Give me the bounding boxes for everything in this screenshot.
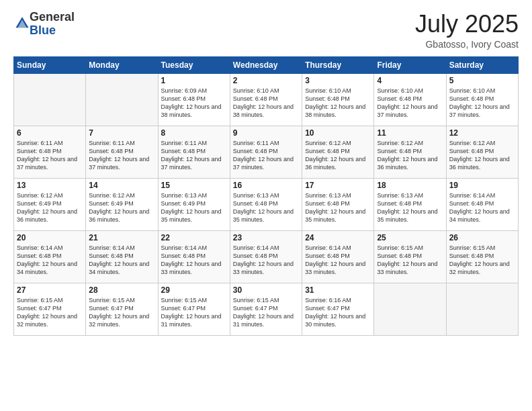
day-info: Sunrise: 6:14 AM Sunset: 6:48 PM Dayligh… xyxy=(89,244,154,277)
week-row-2: 6Sunrise: 6:11 AM Sunset: 6:48 PM Daylig… xyxy=(14,126,519,178)
calendar-cell: 8Sunrise: 6:11 AM Sunset: 6:48 PM Daylig… xyxy=(158,126,230,178)
day-number: 9 xyxy=(233,128,299,138)
day-number: 8 xyxy=(161,128,227,138)
week-row-5: 27Sunrise: 6:15 AM Sunset: 6:47 PM Dayli… xyxy=(14,283,519,335)
day-info: Sunrise: 6:15 AM Sunset: 6:47 PM Dayligh… xyxy=(17,296,83,329)
calendar-location: Gbatosso, Ivory Coast xyxy=(415,39,519,50)
logo-blue-text: Blue xyxy=(30,24,56,37)
day-number: 13 xyxy=(17,181,83,190)
day-info: Sunrise: 6:10 AM Sunset: 6:48 PM Dayligh… xyxy=(305,87,371,120)
calendar-cell: 28Sunrise: 6:15 AM Sunset: 6:47 PM Dayli… xyxy=(86,283,158,335)
calendar-cell xyxy=(374,283,446,335)
day-info: Sunrise: 6:12 AM Sunset: 6:48 PM Dayligh… xyxy=(305,139,371,172)
day-number: 24 xyxy=(305,233,371,242)
calendar-cell: 27Sunrise: 6:15 AM Sunset: 6:47 PM Dayli… xyxy=(14,283,86,335)
day-info: Sunrise: 6:16 AM Sunset: 6:47 PM Dayligh… xyxy=(305,296,371,329)
day-info: Sunrise: 6:13 AM Sunset: 6:48 PM Dayligh… xyxy=(305,191,371,224)
calendar-cell: 29Sunrise: 6:15 AM Sunset: 6:47 PM Dayli… xyxy=(158,283,230,335)
day-number: 31 xyxy=(305,285,371,295)
day-info: Sunrise: 6:11 AM Sunset: 6:48 PM Dayligh… xyxy=(89,139,154,172)
calendar-table: SundayMondayTuesdayWednesdayThursdayFrid… xyxy=(13,56,519,336)
day-info: Sunrise: 6:09 AM Sunset: 6:48 PM Dayligh… xyxy=(161,87,227,120)
calendar-cell: 30Sunrise: 6:15 AM Sunset: 6:47 PM Dayli… xyxy=(230,283,302,335)
day-info: Sunrise: 6:13 AM Sunset: 6:49 PM Dayligh… xyxy=(161,191,227,224)
day-info: Sunrise: 6:10 AM Sunset: 6:48 PM Dayligh… xyxy=(377,87,443,120)
header: General Blue July 2025 Gbatosso, Ivory C… xyxy=(13,11,519,50)
calendar-cell: 3Sunrise: 6:10 AM Sunset: 6:48 PM Daylig… xyxy=(302,73,374,126)
day-info: Sunrise: 6:15 AM Sunset: 6:47 PM Dayligh… xyxy=(161,296,227,329)
header-day-tuesday: Tuesday xyxy=(158,56,230,73)
day-info: Sunrise: 6:14 AM Sunset: 6:48 PM Dayligh… xyxy=(449,191,515,224)
title-block: July 2025 Gbatosso, Ivory Coast xyxy=(415,11,519,50)
day-info: Sunrise: 6:10 AM Sunset: 6:48 PM Dayligh… xyxy=(449,87,515,120)
day-number: 18 xyxy=(377,181,443,190)
calendar-cell: 11Sunrise: 6:12 AM Sunset: 6:48 PM Dayli… xyxy=(374,126,446,178)
day-number: 21 xyxy=(89,233,154,242)
day-number: 17 xyxy=(305,181,371,190)
calendar-cell: 14Sunrise: 6:12 AM Sunset: 6:49 PM Dayli… xyxy=(86,178,158,230)
week-row-1: 1Sunrise: 6:09 AM Sunset: 6:48 PM Daylig… xyxy=(14,73,519,126)
day-number: 25 xyxy=(377,233,443,242)
calendar-cell: 4Sunrise: 6:10 AM Sunset: 6:48 PM Daylig… xyxy=(374,73,446,126)
day-info: Sunrise: 6:10 AM Sunset: 6:48 PM Dayligh… xyxy=(233,87,299,120)
day-info: Sunrise: 6:14 AM Sunset: 6:48 PM Dayligh… xyxy=(305,244,371,277)
day-number: 28 xyxy=(89,285,154,295)
day-number: 3 xyxy=(305,76,371,85)
calendar-cell: 26Sunrise: 6:15 AM Sunset: 6:48 PM Dayli… xyxy=(446,230,518,283)
day-info: Sunrise: 6:12 AM Sunset: 6:49 PM Dayligh… xyxy=(17,191,83,224)
calendar-cell: 22Sunrise: 6:14 AM Sunset: 6:48 PM Dayli… xyxy=(158,230,230,283)
day-number: 14 xyxy=(89,181,154,190)
day-info: Sunrise: 6:15 AM Sunset: 6:48 PM Dayligh… xyxy=(377,244,443,277)
day-number: 27 xyxy=(17,285,83,295)
day-number: 19 xyxy=(449,181,515,190)
week-row-4: 20Sunrise: 6:14 AM Sunset: 6:48 PM Dayli… xyxy=(14,230,519,283)
day-info: Sunrise: 6:12 AM Sunset: 6:49 PM Dayligh… xyxy=(89,191,154,224)
header-day-wednesday: Wednesday xyxy=(230,56,302,73)
day-info: Sunrise: 6:12 AM Sunset: 6:48 PM Dayligh… xyxy=(377,139,443,172)
calendar-cell: 6Sunrise: 6:11 AM Sunset: 6:48 PM Daylig… xyxy=(14,126,86,178)
calendar-cell: 10Sunrise: 6:12 AM Sunset: 6:48 PM Dayli… xyxy=(302,126,374,178)
day-number: 26 xyxy=(449,233,515,242)
day-number: 1 xyxy=(161,76,227,85)
calendar-cell: 9Sunrise: 6:11 AM Sunset: 6:48 PM Daylig… xyxy=(230,126,302,178)
calendar-cell: 25Sunrise: 6:15 AM Sunset: 6:48 PM Dayli… xyxy=(374,230,446,283)
day-number: 30 xyxy=(233,285,299,295)
calendar-cell xyxy=(446,283,518,335)
day-info: Sunrise: 6:15 AM Sunset: 6:47 PM Dayligh… xyxy=(233,296,299,329)
calendar-cell: 20Sunrise: 6:14 AM Sunset: 6:48 PM Dayli… xyxy=(14,230,86,283)
calendar-cell: 24Sunrise: 6:14 AM Sunset: 6:48 PM Dayli… xyxy=(302,230,374,283)
day-number: 10 xyxy=(305,128,371,138)
day-info: Sunrise: 6:14 AM Sunset: 6:48 PM Dayligh… xyxy=(233,244,299,277)
calendar-cell xyxy=(86,73,158,126)
calendar-cell: 13Sunrise: 6:12 AM Sunset: 6:49 PM Dayli… xyxy=(14,178,86,230)
calendar-cell: 19Sunrise: 6:14 AM Sunset: 6:48 PM Dayli… xyxy=(446,178,518,230)
header-row: SundayMondayTuesdayWednesdayThursdayFrid… xyxy=(14,56,519,73)
day-info: Sunrise: 6:11 AM Sunset: 6:48 PM Dayligh… xyxy=(161,139,227,172)
logo-icon xyxy=(15,15,30,30)
calendar-cell: 18Sunrise: 6:13 AM Sunset: 6:48 PM Dayli… xyxy=(374,178,446,230)
day-info: Sunrise: 6:13 AM Sunset: 6:48 PM Dayligh… xyxy=(377,191,443,224)
calendar-cell: 2Sunrise: 6:10 AM Sunset: 6:48 PM Daylig… xyxy=(230,73,302,126)
week-row-3: 13Sunrise: 6:12 AM Sunset: 6:49 PM Dayli… xyxy=(14,178,519,230)
day-number: 2 xyxy=(233,76,299,85)
day-number: 12 xyxy=(449,128,515,138)
day-info: Sunrise: 6:15 AM Sunset: 6:47 PM Dayligh… xyxy=(89,296,154,329)
header-day-sunday: Sunday xyxy=(14,56,86,73)
day-number: 29 xyxy=(161,285,227,295)
day-number: 16 xyxy=(233,181,299,190)
day-info: Sunrise: 6:15 AM Sunset: 6:48 PM Dayligh… xyxy=(449,244,515,277)
calendar-cell: 1Sunrise: 6:09 AM Sunset: 6:48 PM Daylig… xyxy=(158,73,230,126)
header-day-saturday: Saturday xyxy=(446,56,518,73)
page: General Blue July 2025 Gbatosso, Ivory C… xyxy=(0,0,532,411)
header-day-thursday: Thursday xyxy=(302,56,374,73)
day-info: Sunrise: 6:14 AM Sunset: 6:48 PM Dayligh… xyxy=(17,244,83,277)
day-info: Sunrise: 6:12 AM Sunset: 6:48 PM Dayligh… xyxy=(449,139,515,172)
header-day-friday: Friday xyxy=(374,56,446,73)
day-number: 22 xyxy=(161,233,227,242)
day-number: 6 xyxy=(17,128,83,138)
calendar-cell: 16Sunrise: 6:13 AM Sunset: 6:48 PM Dayli… xyxy=(230,178,302,230)
day-info: Sunrise: 6:11 AM Sunset: 6:48 PM Dayligh… xyxy=(17,139,83,172)
calendar-cell: 17Sunrise: 6:13 AM Sunset: 6:48 PM Dayli… xyxy=(302,178,374,230)
day-info: Sunrise: 6:13 AM Sunset: 6:48 PM Dayligh… xyxy=(233,191,299,224)
calendar-cell: 23Sunrise: 6:14 AM Sunset: 6:48 PM Dayli… xyxy=(230,230,302,283)
